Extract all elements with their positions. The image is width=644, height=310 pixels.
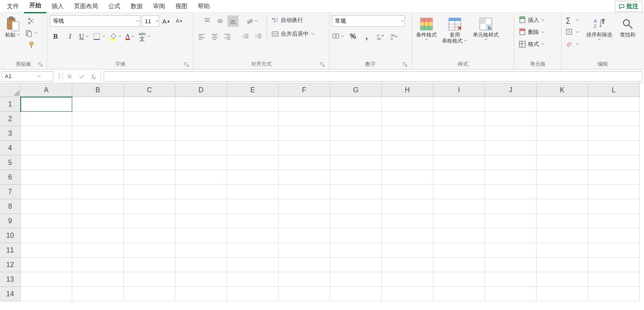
cell[interactable] [279, 112, 330, 126]
cell[interactable] [21, 170, 72, 185]
cell[interactable] [21, 228, 72, 243]
cell[interactable] [537, 228, 588, 243]
align-right-button[interactable] [222, 31, 233, 42]
decrease-decimal-button[interactable]: .00.0 [389, 31, 400, 42]
clear-button[interactable] [564, 40, 581, 49]
cell[interactable] [588, 228, 640, 243]
cell[interactable] [330, 155, 382, 170]
cell[interactable] [537, 97, 588, 112]
cell[interactable] [330, 287, 382, 301]
cell[interactable] [21, 155, 72, 170]
cell[interactable] [537, 141, 588, 155]
bold-button[interactable]: B [50, 31, 61, 42]
row-header[interactable]: 7 [0, 185, 21, 199]
cell[interactable] [433, 185, 485, 199]
cell[interactable] [124, 228, 175, 243]
cell[interactable] [588, 243, 640, 258]
cell[interactable] [485, 126, 537, 141]
conditional-formatting-button[interactable]: 条件格式 [414, 15, 439, 42]
cell[interactable] [433, 97, 485, 112]
cell[interactable] [433, 126, 485, 141]
cell[interactable] [72, 185, 124, 199]
cell[interactable] [72, 287, 124, 301]
menu-help[interactable]: 帮助 [193, 0, 215, 13]
decrease-font-button[interactable]: A▼ [174, 15, 185, 27]
format-as-table-button[interactable]: 套用 表格格式 [440, 15, 469, 45]
column-header[interactable]: C [124, 83, 175, 97]
cell[interactable] [588, 185, 640, 199]
cell[interactable] [72, 214, 124, 228]
cell[interactable] [227, 199, 279, 214]
alignment-launcher[interactable] [319, 61, 325, 67]
column-header[interactable]: K [537, 83, 588, 97]
cell[interactable] [537, 258, 588, 272]
menu-insert[interactable]: 插入 [46, 0, 69, 13]
menu-home[interactable]: 开始 [24, 0, 46, 13]
font-launcher[interactable] [184, 61, 190, 67]
cell[interactable] [382, 228, 433, 243]
cell[interactable] [279, 185, 330, 199]
cell[interactable] [227, 272, 279, 287]
row-header[interactable]: 2 [0, 112, 21, 126]
align-middle-button[interactable] [215, 15, 226, 27]
cell[interactable] [382, 97, 433, 112]
insert-function-button[interactable]: fx [88, 71, 100, 82]
cell[interactable] [124, 170, 175, 185]
cell[interactable] [227, 185, 279, 199]
cell[interactable] [72, 258, 124, 272]
cell[interactable] [433, 214, 485, 228]
cell[interactable] [588, 287, 640, 301]
phonetic-button[interactable]: wén文 [138, 32, 151, 41]
font-size-select[interactable] [142, 15, 159, 27]
column-header[interactable]: H [382, 83, 433, 97]
decrease-indent-button[interactable] [240, 31, 251, 42]
cell[interactable] [485, 243, 537, 258]
row-header[interactable]: 10 [0, 228, 21, 243]
cell[interactable] [382, 199, 433, 214]
cell[interactable] [382, 272, 433, 287]
cell[interactable] [330, 126, 382, 141]
percent-button[interactable]: % [347, 31, 359, 42]
cell[interactable] [433, 112, 485, 126]
cell[interactable] [433, 287, 485, 301]
cell[interactable] [175, 258, 227, 272]
cell[interactable] [382, 141, 433, 155]
cell[interactable] [330, 228, 382, 243]
cell[interactable] [485, 228, 537, 243]
cell[interactable] [227, 170, 279, 185]
cell[interactable] [330, 272, 382, 287]
cell[interactable] [537, 287, 588, 301]
cell[interactable] [537, 199, 588, 214]
cell[interactable] [537, 185, 588, 199]
cell[interactable] [279, 155, 330, 170]
cell[interactable] [279, 170, 330, 185]
cell[interactable] [72, 199, 124, 214]
cell[interactable] [382, 214, 433, 228]
find-select-button[interactable]: 查找和 [617, 15, 638, 39]
paste-button[interactable]: 粘贴 [3, 15, 23, 39]
cell[interactable] [175, 243, 227, 258]
cell[interactable] [433, 228, 485, 243]
cell[interactable] [279, 126, 330, 141]
cell[interactable] [330, 258, 382, 272]
cell[interactable] [227, 97, 279, 112]
cell[interactable] [227, 126, 279, 141]
column-header[interactable]: A [21, 83, 72, 97]
cell[interactable] [279, 258, 330, 272]
number-format-select[interactable] [332, 15, 405, 27]
column-header[interactable]: F [279, 83, 330, 97]
cell[interactable] [588, 258, 640, 272]
cell[interactable] [124, 185, 175, 199]
column-header[interactable]: E [227, 83, 279, 97]
cell[interactable] [330, 170, 382, 185]
cell[interactable] [433, 258, 485, 272]
cell[interactable] [175, 170, 227, 185]
cell[interactable] [21, 272, 72, 287]
column-header[interactable]: G [330, 83, 382, 97]
fill-button[interactable] [564, 27, 581, 37]
cell[interactable] [175, 287, 227, 301]
row-header[interactable]: 6 [0, 170, 21, 185]
cell[interactable] [433, 199, 485, 214]
align-left-button[interactable] [196, 31, 207, 42]
autosum-button[interactable]: ∑ [564, 15, 581, 25]
